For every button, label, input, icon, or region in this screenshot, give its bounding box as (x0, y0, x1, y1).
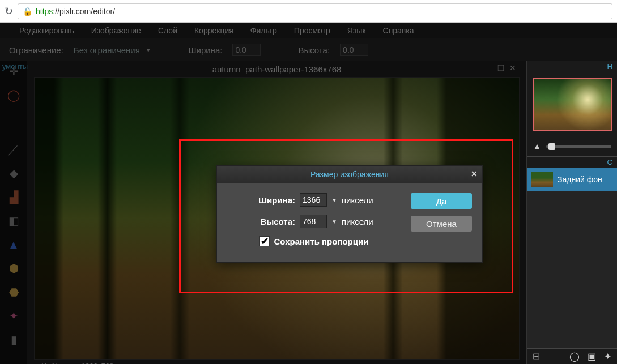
navigator-head: Н (527, 61, 617, 72)
ok-button[interactable]: Да (411, 193, 472, 209)
sponge-tool-icon[interactable]: ⬢ (3, 260, 24, 276)
caret-icon: ▼ (146, 47, 151, 53)
new-layer-icon[interactable]: ▣ (588, 351, 596, 362)
app: Редактировать Изображение Слой Коррекция… (0, 23, 617, 364)
document-title-bar: autumn_path-wallpaper-1366x768 ❐ ✕ (34, 61, 520, 77)
menu-filter[interactable]: Фильтр (250, 26, 277, 35)
keep-proportions-label: Сохранить пропорции (274, 237, 369, 246)
options-bar: Ограничение: Без ограничения ▼ Ширина: В… (0, 38, 617, 61)
width-label: Ширина: (189, 45, 223, 55)
menu-layer[interactable]: Слой (158, 26, 177, 35)
height-input[interactable] (340, 44, 368, 56)
url-text: https://pixlr.com/editor/ (36, 7, 115, 16)
reload-icon[interactable]: ↻ (5, 5, 13, 18)
dialog-width-input[interactable] (300, 193, 327, 207)
shape-tool-icon[interactable]: ◧ (3, 213, 24, 229)
stamp-tool-icon[interactable]: ▟ (3, 189, 24, 205)
toolbar: ✛ ◯ ／ ◆ ▟ ◧ ▲ ⬢ ⬣ ✦ ▮ (0, 61, 27, 364)
smudge-tool-icon[interactable]: ⬣ (3, 284, 24, 300)
browser-bar: ↻ 🔒 https://pixlr.com/editor/ (0, 0, 617, 23)
url-bar[interactable]: 🔒 https://pixlr.com/editor/ (18, 3, 612, 19)
constraint-select[interactable]: Без ограничения ▼ (74, 45, 151, 55)
mask-icon[interactable]: ◯ (569, 351, 580, 362)
menu-image[interactable]: Изображение (91, 26, 141, 35)
window-close-icon[interactable]: ✕ (509, 63, 516, 72)
height-label: Высота: (298, 45, 330, 55)
sharpen-tool-icon[interactable]: ▲ (3, 237, 24, 252)
eyedropper-tool-icon[interactable]: ▮ (3, 332, 24, 348)
layers-footer: ⊟ ◯ ▣ ✦ (527, 348, 617, 364)
zoom-out-icon[interactable]: ▲ (533, 142, 542, 152)
navigator-thumb[interactable] (533, 78, 612, 131)
dialog-width-label: Ширина: (244, 195, 295, 205)
caret-icon[interactable]: ▼ (331, 197, 337, 203)
menu-language[interactable]: Язык (347, 26, 366, 35)
keep-proportions-checkbox[interactable]: ✔ (259, 236, 270, 246)
menu-view[interactable]: Просмотр (294, 26, 330, 35)
spacer (3, 111, 24, 134)
window-restore-icon[interactable]: ❐ (497, 63, 505, 72)
zoom-unit: % (52, 362, 59, 365)
layer-row[interactable]: Задний фон (527, 168, 617, 191)
menu-correction[interactable]: Коррекция (194, 26, 233, 35)
menubar: Редактировать Изображение Слой Коррекция… (0, 23, 617, 38)
bucket-tool-icon[interactable]: ◆ (3, 165, 24, 181)
dialog-height-input[interactable] (300, 215, 327, 228)
dialog-close-icon[interactable]: ✕ (471, 169, 478, 178)
menu-edit[interactable]: Редактировать (19, 26, 74, 35)
pencil-tool-icon[interactable]: ／ (3, 142, 24, 157)
layer-thumb (531, 172, 553, 187)
image-size-dialog: Размер изображения ✕ Ширина: ▼ пиксели В… (216, 165, 483, 263)
layers-panel: Задний фон (527, 168, 617, 348)
navigator-panel (527, 72, 617, 137)
layer-name: Задний фон (558, 175, 602, 184)
constraint-value: Без ограничения (74, 45, 140, 55)
dialog-width-unit: пиксели (342, 195, 384, 205)
zoom-value: 41 (40, 362, 48, 365)
menu-help[interactable]: Справка (383, 26, 414, 35)
lock-icon: 🔒 (23, 7, 32, 16)
lasso-tool-icon[interactable]: ◯ (3, 87, 24, 103)
status-bar: 41 % 1366x768 px (34, 360, 520, 364)
toggle-view-icon[interactable]: ⊟ (533, 351, 540, 362)
layers-head: С (527, 156, 617, 168)
dialog-title-bar[interactable]: Размер изображения ✕ (217, 166, 482, 183)
tools-panel-label: ументы (0, 61, 30, 72)
cancel-button[interactable]: Отмена (411, 216, 472, 232)
fx-icon[interactable]: ✦ (604, 351, 611, 362)
document-title: autumn_path-wallpaper-1366x768 (212, 65, 342, 74)
dialog-height-unit: пиксели (342, 217, 384, 226)
zoom-slider[interactable] (546, 145, 611, 148)
dimensions-value: 1366x768 px (81, 362, 123, 365)
dialog-height-label: Высота: (244, 217, 295, 226)
dialog-title: Размер изображения (310, 170, 389, 179)
navigator-controls: ▲ (527, 137, 617, 156)
heal-tool-icon[interactable]: ✦ (3, 308, 24, 324)
width-input[interactable] (232, 44, 261, 56)
caret-icon[interactable]: ▼ (331, 219, 337, 225)
right-panels: Н ▲ С Задний фон ⊟ ◯ ▣ ✦ (526, 61, 617, 364)
constraint-label: Ограничение: (9, 45, 63, 55)
